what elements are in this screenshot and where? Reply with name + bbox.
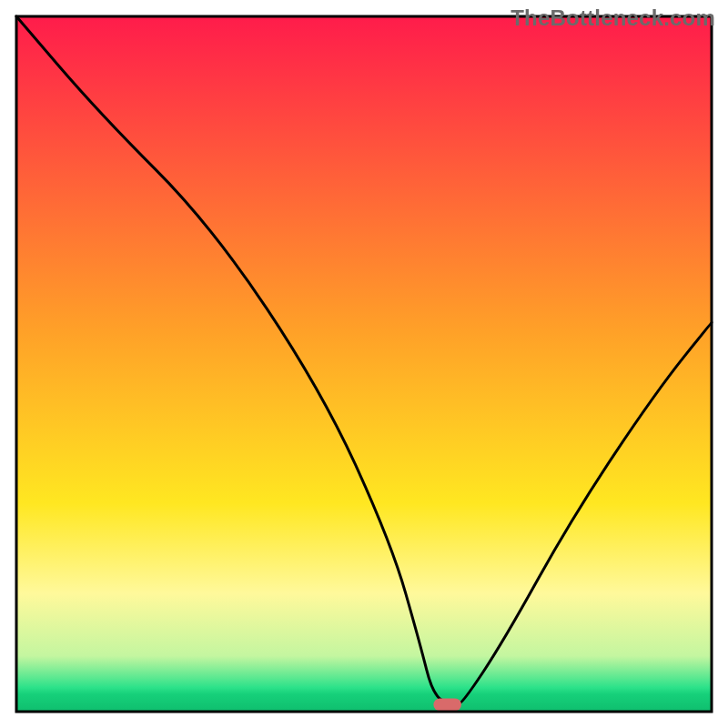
chart-svg (0, 0, 728, 728)
watermark-text: TheBottleneck.com (511, 5, 715, 31)
bottleneck-chart: TheBottleneck.com (0, 0, 728, 728)
optimal-marker (433, 699, 461, 712)
chart-background (16, 16, 712, 712)
